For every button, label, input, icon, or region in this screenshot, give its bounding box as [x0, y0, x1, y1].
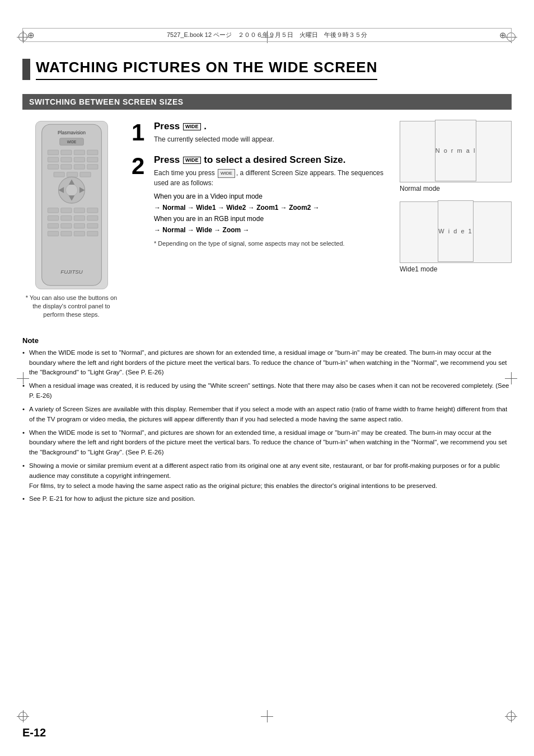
top-metadata-bar: ⊕ 7527_E.book 12 ページ ２００６年９月５日 火曜日 午後９時３…	[22, 28, 512, 42]
svg-rect-31	[74, 216, 85, 221]
note-item-2: A variety of Screen Sizes are available …	[22, 405, 512, 425]
corner-mark-bl	[17, 710, 29, 722]
preview-normal-caption: Normal mode	[400, 185, 512, 192]
svg-rect-28	[87, 208, 97, 213]
rgb-sequence: → Normal → Wide → Zoom →	[154, 226, 388, 234]
preview-wide1-caption: Wide1 mode	[400, 265, 512, 273]
video-mode-label: When you are in a Video input mode	[154, 192, 388, 200]
video-sequence-text: → Normal → Wide1 → Wide2 → Zoom1 → Zoom2…	[154, 204, 320, 212]
svg-point-20	[65, 184, 77, 196]
preview-normal: N o r m a l Normal mode	[400, 121, 512, 192]
rgb-mode-text: When you are in an RGB input mode	[154, 215, 264, 223]
step-1-title: Press WIDE .	[154, 121, 388, 132]
rgb-mode-label: When you are in an RGB input mode	[154, 215, 388, 223]
wide-button-icon-1: WIDE	[183, 123, 201, 130]
middle-column: 1 Press WIDE . The currently selected mo…	[132, 121, 388, 320]
video-sequence: → Normal → Wide1 → Wide2 → Zoom1 → Zoom2…	[154, 204, 388, 212]
svg-rect-26	[60, 208, 71, 213]
note-item-1: When a residual image was created, it is…	[22, 381, 512, 401]
svg-rect-9	[60, 157, 71, 162]
svg-text:FUJITSU: FUJITSU	[60, 269, 82, 275]
svg-rect-8	[48, 157, 58, 162]
svg-rect-6	[74, 150, 85, 155]
svg-rect-32	[87, 216, 97, 221]
svg-rect-14	[74, 165, 85, 170]
step-1-number: 1	[132, 121, 147, 144]
step-1-title-suffix: .	[204, 121, 207, 132]
svg-rect-36	[87, 223, 97, 228]
note-item-5: See P. E-21 for how to adjust the pictur…	[22, 494, 512, 504]
svg-rect-33	[48, 223, 58, 228]
corner-symbol-left: ⊕	[27, 30, 35, 40]
svg-rect-27	[74, 208, 85, 213]
svg-rect-16	[54, 172, 64, 177]
remote-footnote: * You can also use the buttons on the di…	[22, 294, 120, 320]
video-mode-text: When you are in a Video input mode	[154, 192, 263, 200]
step-2-asterisk: * Depending on the type of signal, some …	[154, 240, 388, 248]
remote-control-image: Plasmavision WIDE	[35, 121, 108, 289]
preview-wide1-label: W i d e 1	[438, 200, 473, 262]
note-item-0: When the WIDE mode is set to "Normal", a…	[22, 348, 512, 378]
svg-rect-30	[60, 216, 71, 221]
svg-rect-7	[87, 150, 97, 155]
svg-rect-17	[67, 172, 77, 177]
rgb-sequence-text: → Normal → Wide → Zoom →	[154, 226, 250, 234]
notes-section: Note When the WIDE mode is set to "Norma…	[22, 336, 512, 504]
notes-title: Note	[22, 336, 512, 345]
main-title-container: WATCHING PICTURES ON THE WIDE SCREEN	[22, 59, 512, 80]
step-2-title-prefix: Press	[154, 154, 180, 165]
preview-wide1: W i d e 1 Wide1 mode	[400, 201, 512, 273]
metadata-text: 7527_E.book 12 ページ ２００６年９月５日 火曜日 午後９時３５分	[167, 31, 367, 39]
svg-rect-5	[60, 150, 71, 155]
svg-rect-10	[74, 157, 85, 162]
step-1-content: Press WIDE . The currently selected mode…	[154, 121, 388, 144]
wide-button-icon-inline: WIDE	[218, 169, 235, 178]
svg-rect-38	[60, 231, 71, 236]
step-2-title: Press WIDE to select a desired Screen Si…	[154, 154, 388, 166]
preview-normal-box: N o r m a l	[400, 121, 512, 182]
svg-text:Plasmavision: Plasmavision	[57, 130, 85, 135]
main-title-label: WATCHING PICTURES ON THE WIDE SCREEN	[36, 59, 377, 76]
wide-button-icon-2: WIDE	[183, 157, 201, 164]
page: ⊕ 7527_E.book 12 ページ ２００６年９月５日 火曜日 午後９時３…	[0, 0, 534, 756]
corner-mark-br	[505, 710, 517, 722]
step-1-description: The currently selected mode will appear.	[154, 134, 388, 144]
svg-rect-35	[74, 223, 85, 228]
title-accent-bar	[22, 59, 30, 80]
preview-wide1-box: W i d e 1	[400, 201, 512, 263]
main-title-text: WATCHING PICTURES ON THE WIDE SCREEN	[36, 59, 377, 80]
svg-rect-29	[48, 216, 58, 221]
step-2-number: 2	[132, 154, 147, 248]
step-2-description: Each time you press WIDE, a different Sc…	[154, 168, 388, 188]
svg-rect-34	[60, 223, 71, 228]
svg-text:WIDE: WIDE	[67, 140, 76, 144]
svg-rect-12	[48, 165, 58, 170]
step-1: 1 Press WIDE . The currently selected mo…	[132, 121, 388, 144]
svg-rect-37	[48, 231, 58, 236]
step-2: 2 Press WIDE to select a desired Screen …	[132, 154, 388, 248]
svg-rect-40	[87, 231, 97, 236]
corner-symbol-right: ⊕	[499, 30, 507, 40]
main-title-underline: WATCHING PICTURES ON THE WIDE SCREEN	[36, 59, 377, 80]
content-area: Plasmavision WIDE	[22, 121, 512, 320]
remote-container: Plasmavision WIDE	[22, 121, 120, 320]
right-column: N o r m a l Normal mode W i d e 1 Wide1 …	[400, 121, 512, 320]
note-item-3: When the WIDE mode is set to "Normal", a…	[22, 428, 512, 458]
left-column: Plasmavision WIDE	[22, 121, 120, 320]
page-number: E-12	[22, 726, 46, 739]
step-2-content: Press WIDE to select a desired Screen Si…	[154, 154, 388, 248]
svg-rect-15	[87, 165, 97, 170]
preview-normal-label: N o r m a l	[435, 120, 477, 181]
step-2-title-suffix: to select a desired Screen Size.	[204, 154, 345, 165]
svg-rect-11	[87, 157, 97, 162]
svg-rect-13	[60, 165, 71, 170]
svg-rect-4	[48, 150, 58, 155]
corner-mark-bm	[261, 710, 273, 722]
section-header: SWITCHING BETWEEN SCREEN SIZES	[22, 94, 512, 110]
svg-rect-18	[79, 172, 90, 177]
svg-rect-0	[41, 124, 101, 285]
step-1-title-prefix: Press	[154, 121, 180, 132]
note-item-4: Showing a movie or similar premium event…	[22, 461, 512, 491]
svg-rect-39	[74, 231, 85, 236]
svg-rect-25	[48, 208, 58, 213]
